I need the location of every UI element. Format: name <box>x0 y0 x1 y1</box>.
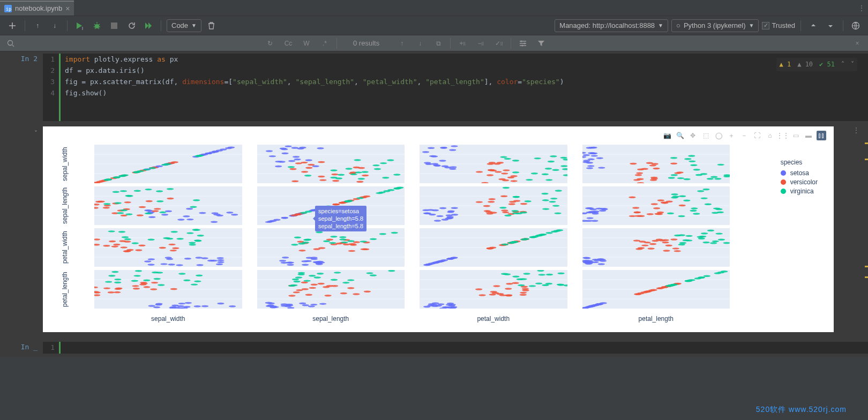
pan-icon[interactable]: ✥ <box>688 131 698 140</box>
svg-point-840 <box>506 283 513 284</box>
collapse-output-button[interactable]: ˅ <box>0 126 43 332</box>
run-all-button[interactable] <box>141 19 155 33</box>
chart-panel[interactable] <box>582 145 730 183</box>
svg-point-737 <box>183 279 190 281</box>
svg-point-103 <box>318 176 325 177</box>
debug-cell-button[interactable] <box>90 19 104 33</box>
chart-panel[interactable] <box>257 145 405 183</box>
legend-item[interactable]: virginica <box>781 188 818 195</box>
chart-panel[interactable]: 210 <box>94 228 242 267</box>
match-case-button[interactable]: Cc <box>282 37 295 50</box>
svg-point-156 <box>487 163 494 164</box>
trusted-toggle[interactable]: ✓ Trusted <box>762 21 795 29</box>
chart-panel[interactable] <box>420 145 567 183</box>
prev-button[interactable] <box>806 19 820 33</box>
svg-point-228 <box>670 174 677 176</box>
zoom-in-icon[interactable]: ＋ <box>727 131 736 140</box>
inspection-status[interactable]: ▲ 1 ▲ 10 ✔ 51 ˄ ˅ <box>776 58 858 71</box>
error-stripe[interactable] <box>863 137 868 335</box>
browser-icon[interactable] <box>849 19 863 33</box>
remove-selection-icon[interactable]: −|| <box>474 37 487 50</box>
add-cell-button[interactable] <box>5 19 19 33</box>
svg-point-555 <box>360 248 367 250</box>
restart-button[interactable] <box>124 19 138 33</box>
svg-point-118 <box>330 169 337 171</box>
zoom-icon[interactable]: 🔍 <box>675 131 685 140</box>
search-up-button[interactable]: ↑ <box>395 37 408 50</box>
stop-button[interactable] <box>107 19 121 33</box>
code-content[interactable] <box>59 342 868 354</box>
svg-point-265 <box>137 214 144 216</box>
move-up-button[interactable]: ↑ <box>31 19 44 33</box>
hover-compare-icon[interactable]: ▬ <box>804 131 813 140</box>
svg-point-216 <box>641 168 648 169</box>
chart-panel[interactable]: 246 <box>582 270 730 309</box>
select-in-icon[interactable]: ⧉ <box>432 37 445 50</box>
cell-type-label: Code <box>171 21 188 29</box>
code-content[interactable]: import plotly.express as px df = px.data… <box>59 54 868 121</box>
svg-point-503 <box>135 249 142 251</box>
svg-point-367 <box>434 220 441 221</box>
search-icon[interactable] <box>4 37 17 50</box>
chart-panel[interactable]: 012 <box>420 270 567 309</box>
hover-tooltip: species=setosa sepal_length=5.8 sepal_le… <box>315 206 366 231</box>
trusted-label: Trusted <box>772 21 795 29</box>
next-button[interactable] <box>824 19 837 33</box>
search-input[interactable] <box>23 39 258 47</box>
box-select-icon[interactable]: ⬚ <box>701 131 710 140</box>
chart-panel[interactable] <box>420 186 567 225</box>
legend-item[interactable]: setosa <box>781 169 818 177</box>
chevron-up-icon[interactable]: ˄ <box>841 59 844 70</box>
cell-type-dropdown[interactable]: Code ▼ <box>167 19 201 32</box>
chart-panel[interactable] <box>257 228 405 267</box>
chart-panel[interactable]: 8765 <box>94 186 242 225</box>
svg-point-78 <box>294 159 301 160</box>
search-down-button[interactable]: ↓ <box>414 37 426 50</box>
editor-tab[interactable]: ip notebook.ipynb × <box>0 1 74 16</box>
chart-panel[interactable] <box>582 186 730 225</box>
spike-icon[interactable]: ⋮⋮ <box>778 131 788 140</box>
chart-panel[interactable] <box>582 228 730 267</box>
legend-item[interactable]: versicolor <box>781 178 818 186</box>
svg-point-837 <box>475 288 482 290</box>
filter-icon[interactable] <box>535 37 548 50</box>
svg-point-426 <box>585 207 592 209</box>
svg-point-858 <box>557 283 564 285</box>
regex-button[interactable]: .* <box>318 37 331 50</box>
svg-point-485 <box>196 264 203 266</box>
plotly-output[interactable]: 📷 🔍 ✥ ⬚ ◯ ＋ － ⛶ ⌂ ⋮⋮ ▭ ▬ ⫿⫿ species seto… <box>43 126 834 332</box>
close-icon[interactable]: × <box>65 4 70 13</box>
select-all-icon[interactable]: ✓|| <box>492 37 505 50</box>
chart-panel[interactable]: 642234 <box>94 270 242 309</box>
svg-point-273 <box>98 201 104 202</box>
autoscale-icon[interactable]: ⛶ <box>752 131 762 140</box>
zoom-out-icon[interactable]: － <box>739 131 749 140</box>
code-cell[interactable]: In 2 1234 import plotly.express as px df… <box>0 51 868 123</box>
server-dropdown[interactable]: Managed: http://localhost:8888 ▼ <box>555 19 668 32</box>
svg-point-531 <box>279 260 286 261</box>
lasso-icon[interactable]: ◯ <box>714 131 723 140</box>
chevron-down-icon[interactable]: ˅ <box>851 59 854 70</box>
kebab-icon[interactable]: ⋮ <box>850 126 863 134</box>
settings-icon[interactable] <box>517 37 529 50</box>
chart-panel[interactable] <box>420 228 567 267</box>
svg-point-53 <box>164 163 171 164</box>
chart-panel[interactable]: 432 <box>94 145 242 183</box>
move-down-button[interactable]: ↓ <box>48 19 62 33</box>
kernel-dropdown[interactable]: ○ Python 3 (ipykernel) ▼ <box>671 19 759 32</box>
reset-icon[interactable]: ⌂ <box>765 131 775 140</box>
camera-icon[interactable]: 📷 <box>662 131 672 140</box>
run-cell-button[interactable]: I <box>73 19 87 33</box>
words-button[interactable]: W <box>300 37 313 50</box>
history-icon[interactable]: ↻ <box>264 37 276 50</box>
chart-panel[interactable]: 45678 <box>257 270 405 309</box>
close-search-icon[interactable]: × <box>851 37 864 50</box>
code-cell[interactable]: In _ 1 <box>0 339 868 357</box>
hover-closest-icon[interactable]: ▭ <box>791 131 800 140</box>
svg-point-449 <box>700 197 707 199</box>
svg-point-74 <box>288 160 295 162</box>
plotly-logo-icon[interactable]: ⫿⫿ <box>817 131 826 140</box>
delete-cell-button[interactable] <box>205 19 219 33</box>
kebab-icon[interactable]: ⋮ <box>855 4 868 12</box>
add-selection-icon[interactable]: +|| <box>456 37 469 50</box>
